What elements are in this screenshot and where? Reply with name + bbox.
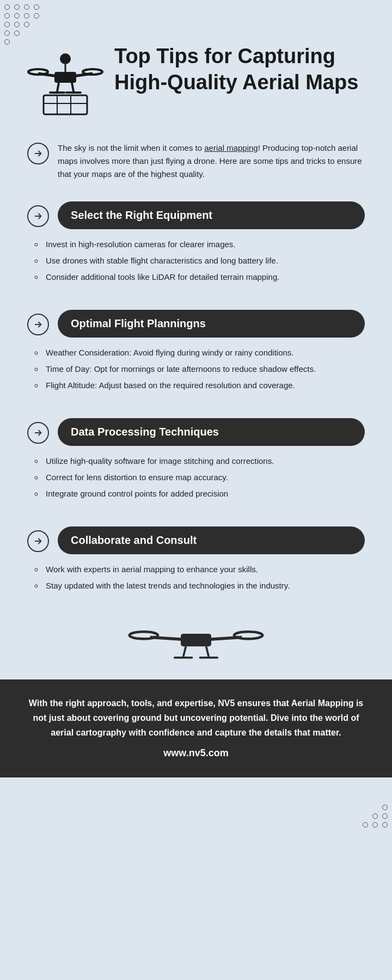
intro-section: The sky is not the limit when it comes t… [0, 136, 392, 192]
footer-website: www.nv5.com [22, 745, 370, 762]
drone-map-icon [27, 44, 103, 120]
list-item: Flight Altitude: Adjust based on the req… [44, 379, 365, 392]
section-2-title: Optimal Flight Planningns [58, 310, 365, 338]
svg-rect-11 [44, 95, 87, 114]
section-3-arrow-icon [27, 422, 49, 444]
svg-point-18 [130, 632, 158, 639]
list-item: Correct for lens distortion to ensure ma… [44, 471, 365, 484]
intro-arrow-icon [27, 143, 49, 164]
svg-rect-15 [181, 634, 211, 646]
section-collaborate-header: Collaborate and Consult [27, 526, 365, 554]
list-item: Stay updated with the latest trends and … [44, 579, 365, 592]
section-4-arrow-icon [27, 530, 49, 552]
aerial-mapping-link[interactable]: aerial mapping [204, 143, 258, 152]
page-header: Top Tips for Capturing High-Quality Aeri… [0, 0, 392, 136]
list-item: Integrate ground control points for adde… [44, 487, 365, 500]
svg-point-9 [60, 53, 71, 64]
svg-line-20 [183, 646, 186, 657]
section-1-bullets: Invest in high-resolution cameras for cl… [27, 238, 365, 284]
section-flight: Optimal Flight Planningns Weather Consid… [0, 300, 392, 403]
svg-line-22 [206, 646, 209, 657]
svg-point-3 [28, 69, 48, 75]
section-3-title: Data Processing Techniques [58, 418, 365, 446]
section-equipment-header: Select the Right Equipment [27, 201, 365, 229]
section-equipment: Select the Right Equipment Invest in hig… [0, 192, 392, 295]
section-flight-header: Optimal Flight Planningns [27, 310, 365, 338]
section-processing-header: Data Processing Techniques [27, 418, 365, 446]
svg-rect-0 [54, 72, 76, 83]
section-3-bullets: Utilize high-quality software for image … [27, 455, 365, 500]
list-item: Use drones with stable flight characteri… [44, 254, 365, 267]
section-collaborate: Collaborate and Consult Work with expert… [0, 517, 392, 603]
footer-text: With the right approach, tools, and expe… [22, 696, 370, 740]
section-4-title: Collaborate and Consult [58, 526, 365, 554]
list-item: Weather Consideration: Avoid flying duri… [44, 346, 365, 359]
section-1-arrow-icon [27, 205, 49, 227]
list-item: Time of Day: Opt for mornings or late af… [44, 363, 365, 376]
section-2-bullets: Weather Consideration: Avoid flying duri… [27, 346, 365, 392]
section-processing: Data Processing Techniques Utilize high-… [0, 408, 392, 511]
section-2-arrow-icon [27, 314, 49, 335]
intro-text: The sky is not the limit when it comes t… [58, 142, 365, 181]
bottom-drone-image [0, 603, 392, 674]
decorative-dots-topleft [4, 4, 39, 45]
section-4-bullets: Work with experts in aerial mapping to e… [27, 563, 365, 592]
list-item: Work with experts in aerial mapping to e… [44, 563, 365, 576]
list-item: Consider additional tools like LiDAR for… [44, 271, 365, 284]
svg-line-6 [72, 83, 74, 91]
svg-line-5 [57, 83, 59, 91]
page-title: Top Tips for Capturing High-Quality Aeri… [114, 44, 365, 95]
footer-section: With the right approach, tools, and expe… [0, 679, 392, 777]
svg-point-4 [83, 69, 102, 75]
svg-point-19 [234, 632, 262, 639]
decorative-dots-bottomright [363, 805, 388, 828]
section-1-title: Select the Right Equipment [58, 201, 365, 229]
list-item: Utilize high-quality software for image … [44, 455, 365, 468]
list-item: Invest in high-resolution cameras for cl… [44, 238, 365, 251]
